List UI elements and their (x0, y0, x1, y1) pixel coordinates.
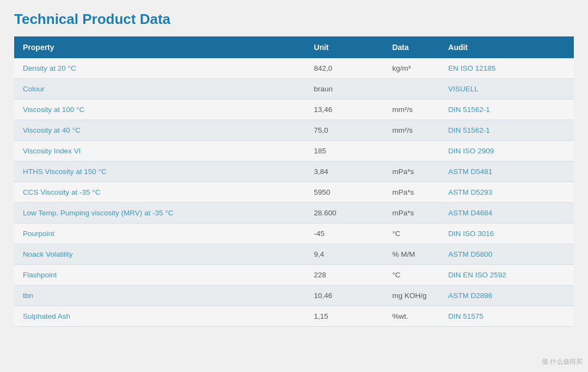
cell-property: Density at 20 °C (14, 58, 305, 79)
page-title: Technical Product Data (14, 11, 574, 28)
table-body: Density at 20 °C842,0kg/m³EN ISO 12185Co… (14, 58, 574, 327)
table-row: HTHS Viscosity at 150 °C3,84mPa*sASTM D5… (14, 162, 574, 182)
cell-unit: 9,4 (305, 244, 384, 265)
cell-audit: DIN ISO 3016 (439, 224, 574, 244)
cell-data: mPa*s (383, 203, 439, 224)
cell-unit: -45 (305, 224, 384, 244)
table-row: Viscosity at 40 °C75,0mm²/sDIN 51562-1 (14, 120, 574, 141)
cell-data: mPa*s (383, 182, 439, 203)
cell-unit: 3,84 (305, 162, 384, 182)
cell-unit: 5950 (305, 182, 384, 203)
table-row: Low Temp. Pumping viscosity (MRV) at -35… (14, 203, 574, 224)
cell-audit: VISUELL (439, 79, 574, 100)
col-header-audit: Audit (439, 36, 574, 58)
cell-data: °C (383, 224, 439, 244)
cell-property: Sulphated Ash (14, 306, 305, 327)
table-row: Sulphated Ash1,15%wt.DIN 51575 (14, 306, 574, 327)
cell-property: CCS Viscosity at -35 °C (14, 182, 305, 203)
cell-data: % M/M (383, 244, 439, 265)
cell-audit: DIN ISO 2909 (439, 141, 574, 162)
cell-property: Low Temp. Pumping viscosity (MRV) at -35… (14, 203, 305, 224)
cell-data: °C (383, 265, 439, 286)
cell-audit: DIN 51562-1 (439, 100, 574, 120)
table-row: Density at 20 °C842,0kg/m³EN ISO 12185 (14, 58, 574, 79)
cell-audit: DIN EN ISO 2592 (439, 265, 574, 286)
cell-audit: ASTM D5800 (439, 244, 574, 265)
col-header-unit: Unit (305, 36, 384, 58)
cell-property: Viscosity Index VI (14, 141, 305, 162)
cell-unit: 228 (305, 265, 384, 286)
cell-unit: 10,46 (305, 286, 384, 306)
table-row: Flashpoint228°CDIN EN ISO 2592 (14, 265, 574, 286)
table-row: ColourbraunVISUELL (14, 79, 574, 100)
cell-unit: 13,46 (305, 100, 384, 120)
cell-data: mm²/s (383, 120, 439, 141)
cell-audit: ASTM D5293 (439, 182, 574, 203)
cell-unit: 842,0 (305, 58, 384, 79)
cell-data (383, 79, 439, 100)
cell-data: kg/m³ (383, 58, 439, 79)
table-row: Viscosity at 100 °C13,46mm²/sDIN 51562-1 (14, 100, 574, 120)
col-header-data: Data (383, 36, 439, 58)
cell-property: Noack Volatility (14, 244, 305, 265)
cell-audit: DIN 51562-1 (439, 120, 574, 141)
col-header-property: Property (14, 36, 305, 58)
cell-property: tbn (14, 286, 305, 306)
cell-data: mPa*s (383, 162, 439, 182)
cell-data: mm²/s (383, 100, 439, 120)
table-row: CCS Viscosity at -35 °C5950mPa*sASTM D52… (14, 182, 574, 203)
cell-property: Colour (14, 79, 305, 100)
cell-property: Pourpoint (14, 224, 305, 244)
table-row: Pourpoint-45°CDIN ISO 3016 (14, 224, 574, 244)
cell-data: mg KOH/g (383, 286, 439, 306)
cell-property: HTHS Viscosity at 150 °C (14, 162, 305, 182)
cell-data (383, 141, 439, 162)
cell-audit: EN ISO 12185 (439, 58, 574, 79)
table-row: Noack Volatility9,4% M/MASTM D5800 (14, 244, 574, 265)
cell-property: Viscosity at 100 °C (14, 100, 305, 120)
cell-audit: ASTM D4684 (439, 203, 574, 224)
cell-audit: DIN 51575 (439, 306, 574, 327)
watermark-label: 值·什么值得买 (542, 357, 583, 367)
cell-unit: braun (305, 79, 384, 100)
cell-property: Flashpoint (14, 265, 305, 286)
cell-unit: 28.600 (305, 203, 384, 224)
cell-data: %wt. (383, 306, 439, 327)
cell-property: Viscosity at 40 °C (14, 120, 305, 141)
cell-unit: 1,15 (305, 306, 384, 327)
table-row: Viscosity Index VI185DIN ISO 2909 (14, 141, 574, 162)
cell-audit: ASTM D5481 (439, 162, 574, 182)
technical-data-table: Property Unit Data Audit Density at 20 °… (14, 36, 574, 327)
cell-unit: 75,0 (305, 120, 384, 141)
table-row: tbn10,46mg KOH/gASTM D2896 (14, 286, 574, 306)
cell-audit: ASTM D2896 (439, 286, 574, 306)
table-header: Property Unit Data Audit (14, 36, 574, 58)
cell-unit: 185 (305, 141, 384, 162)
